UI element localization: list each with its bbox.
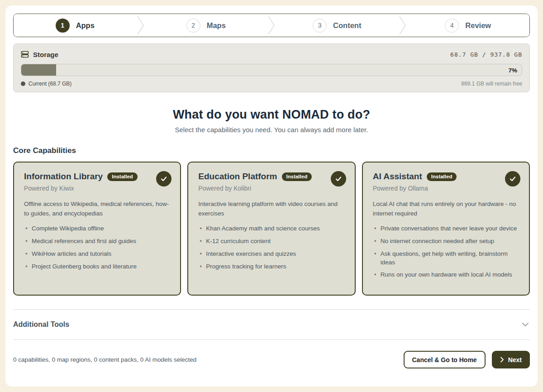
feature-item: Private conversations that never leave y… (373, 225, 519, 233)
step-maps[interactable]: 2 Maps (145, 14, 268, 37)
selection-summary: 0 capabilities, 0 map regions, 0 content… (13, 356, 196, 363)
step-number-badge: 4 (445, 19, 459, 33)
setup-wizard-panel: 1 Apps 2 Maps 3 Content 4 Review (5, 5, 538, 387)
step-content[interactable]: 3 Content (276, 14, 399, 37)
feature-item: Khan Academy math and science courses (198, 225, 344, 233)
check-icon[interactable] (331, 171, 346, 186)
additional-tools-label: Additional Tools (13, 320, 69, 329)
card-title: Information Library (24, 172, 103, 182)
next-button[interactable]: Next (492, 351, 530, 368)
installed-badge: Installed (107, 172, 138, 181)
card-description: Interactive learning platform with video… (198, 200, 344, 219)
feature-item: Ask questions, get help with writing, br… (373, 250, 519, 267)
wizard-stepper: 1 Apps 2 Maps 3 Content 4 Review (13, 14, 530, 37)
capability-cards: Information Library Installed Powered by… (13, 162, 530, 296)
check-icon[interactable] (505, 171, 520, 186)
storage-remaining-label: 869.1 GB will remain free (461, 81, 522, 87)
chevron-separator-icon (137, 14, 145, 37)
feature-item: WikiHow articles and tutorials (24, 250, 170, 258)
core-capabilities-heading: Core Capabilities (13, 146, 530, 155)
card-ai-assistant[interactable]: AI Assistant Installed Powered by Ollama… (362, 162, 530, 296)
installed-badge: Installed (282, 172, 312, 181)
feature-list: Khan Academy math and science courses K-… (198, 225, 344, 271)
step-number-badge: 1 (56, 19, 70, 33)
storage-title: Storage (33, 51, 58, 58)
card-education-platform[interactable]: Education Platform Installed Powered by … (187, 162, 355, 296)
chevron-right-icon (500, 357, 504, 363)
check-icon[interactable] (156, 171, 171, 186)
storage-percent-label: 7% (508, 67, 517, 73)
card-description: Local AI chat that runs entirely on your… (373, 200, 519, 219)
card-description: Offline access to Wikipedia, medical ref… (24, 200, 170, 219)
feature-item: Medical references and first aid guides (24, 237, 170, 246)
page-title: What do you want NOMAD to do? (13, 108, 530, 122)
cancel-button[interactable]: Cancel & Go to Home (404, 351, 486, 368)
feature-item: No internet connection needed after setu… (373, 237, 519, 246)
next-button-label: Next (508, 356, 522, 363)
feature-item: K-12 curriculum content (198, 237, 344, 246)
step-label: Maps (207, 21, 226, 30)
page-subtitle: Select the capabilities you need. You ca… (13, 126, 530, 134)
step-label: Apps (76, 21, 95, 30)
legend-current-label: Current (68.7 GB) (29, 81, 71, 87)
feature-list: Complete Wikipedia offline Medical refer… (24, 225, 170, 271)
step-number-badge: 3 (313, 19, 327, 33)
card-title: AI Assistant (373, 172, 422, 182)
storage-usage-text: 68.7 GB / 937.8 GB (450, 51, 522, 58)
step-apps[interactable]: 1 Apps (14, 14, 137, 37)
storage-drive-icon (21, 50, 29, 58)
step-review[interactable]: 4 Review (407, 14, 530, 37)
chevron-down-icon (522, 322, 529, 327)
feature-item: Runs on your own hardware with local AI … (373, 271, 519, 279)
feature-item: Progress tracking for learners (198, 263, 344, 271)
card-information-library[interactable]: Information Library Installed Powered by… (13, 162, 181, 296)
storage-progress-fill (21, 64, 56, 76)
chevron-separator-icon (267, 14, 276, 37)
powered-by-label: Powered by Kolibri (198, 185, 344, 192)
feature-item: Interactive exercises and quizzes (198, 250, 344, 258)
storage-panel: Storage 68.7 GB / 937.8 GB 7% Current (6… (13, 43, 530, 92)
feature-item: Project Gutenberg books and literature (24, 263, 170, 271)
step-label: Review (465, 21, 491, 30)
powered-by-label: Powered by Kiwix (24, 185, 170, 192)
storage-progress-bar: 7% (21, 64, 522, 76)
card-title: Education Platform (198, 172, 277, 182)
installed-badge: Installed (427, 172, 457, 181)
step-number-badge: 2 (186, 19, 200, 33)
feature-list: Private conversations that never leave y… (373, 225, 519, 279)
chevron-separator-icon (399, 14, 407, 37)
additional-tools-toggle[interactable]: Additional Tools (13, 310, 530, 339)
legend-current-dot (21, 81, 25, 86)
step-label: Content (333, 21, 361, 30)
powered-by-label: Powered by Ollama (373, 185, 519, 192)
feature-item: Complete Wikipedia offline (24, 225, 170, 233)
